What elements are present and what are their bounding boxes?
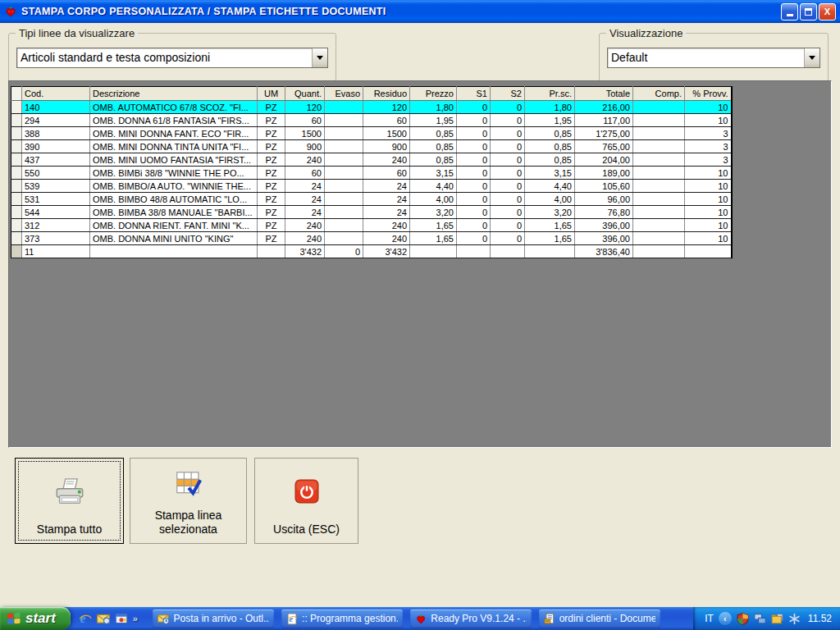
groupbox-view: Visualizzazione Default — [599, 33, 829, 82]
mail-quicklaunch-icon[interactable] — [97, 612, 111, 626]
cell — [633, 127, 685, 140]
column-header[interactable]: Comp. — [633, 87, 685, 101]
cell: 0 — [491, 127, 525, 140]
row-selector[interactable] — [11, 206, 22, 219]
column-header[interactable]: Totale — [575, 87, 633, 101]
table-row[interactable]: 294OMB. DONNA 61/8 FANTASIA "FIRS...PZ60… — [11, 114, 732, 127]
cell: 1,95 — [410, 114, 457, 127]
cell: 0,85 — [525, 153, 575, 167]
restore-button[interactable] — [800, 3, 817, 21]
table-row[interactable]: 312OMB. DONNA RIENT. FANT. MINI "K...PZ2… — [11, 219, 732, 232]
cell: PZ — [258, 101, 285, 114]
folder-transfer-icon[interactable] — [771, 613, 783, 625]
cell: OMB. AUTOMATICO 67/8 SCOZ. "FI... — [90, 101, 258, 114]
window-controls: X — [781, 3, 836, 21]
row-selector[interactable] — [11, 232, 22, 245]
taskbar-task-button[interactable]: ordini clienti - Docume... — [539, 609, 660, 628]
windows-logo-icon — [7, 612, 21, 625]
taskbar-task-button[interactable]: Posta in arrivo - Outl... — [153, 609, 274, 628]
row-selector[interactable] — [11, 114, 22, 127]
table-row[interactable]: 437OMB. MINI UOMO FANTASIA "FIRST...PZ24… — [11, 153, 732, 167]
row-selector[interactable] — [11, 153, 22, 167]
row-selector[interactable] — [11, 127, 22, 140]
line-types-dropdown-button[interactable] — [312, 48, 327, 67]
cell: 4,00 — [410, 193, 457, 206]
table-row[interactable]: 539OMB. BIMBO/A AUTO. "WINNIE THE...PZ24… — [11, 180, 732, 193]
cell: 10 — [685, 180, 732, 193]
cell: OMB. MINI UOMO FANTASIA "FIRST... — [90, 153, 258, 167]
hide-tray-icons-chevron[interactable]: ‹ — [719, 612, 732, 625]
cell — [325, 180, 363, 193]
language-indicator[interactable]: IT — [705, 613, 714, 624]
cell — [410, 245, 457, 258]
row-selector[interactable] — [11, 245, 22, 258]
table-total-row[interactable]: 113'43203'4323'836,40 — [11, 245, 732, 258]
row-selector[interactable] — [11, 180, 22, 193]
cell: 1,65 — [525, 232, 575, 245]
cell: 1,95 — [525, 114, 575, 127]
column-header[interactable]: Residuo — [363, 87, 410, 101]
sync-asterisk-icon[interactable] — [788, 613, 801, 625]
cell: 1,80 — [410, 101, 457, 114]
column-header[interactable]: Quant. — [285, 87, 325, 101]
cell: 0 — [491, 140, 525, 153]
cell: 24 — [363, 180, 410, 193]
view-select[interactable]: Default — [607, 48, 820, 68]
row-selector[interactable] — [11, 193, 22, 206]
cell: 24 — [285, 193, 325, 206]
ie-quicklaunch-icon[interactable]: e — [79, 612, 93, 626]
taskbar-task-button[interactable]: Ready Pro V9.1.24 - ... — [410, 609, 532, 628]
cell: 24 — [363, 193, 410, 206]
cell: 24 — [285, 206, 325, 219]
app-window-quicklaunch-icon[interactable] — [115, 612, 129, 626]
security-shield-icon[interactable] — [737, 613, 749, 625]
cell: 0 — [491, 167, 525, 180]
exit-button[interactable]: Uscita (ESC) — [254, 458, 358, 544]
row-selector[interactable] — [11, 101, 22, 114]
document-icon — [544, 613, 555, 625]
grid-body: 140OMB. AUTOMATICO 67/8 SCOZ. "FI...PZ12… — [11, 101, 732, 258]
cell: 140 — [22, 101, 90, 114]
cell: 0 — [457, 206, 491, 219]
cell: 240 — [285, 232, 325, 245]
column-header[interactable]: % Provv. — [685, 87, 732, 101]
cell: 0 — [457, 193, 491, 206]
close-button[interactable]: X — [819, 3, 836, 21]
table-row[interactable]: 373OMB. DONNA MINI UNITO "KING"PZ2402401… — [11, 232, 732, 245]
row-selector[interactable] — [11, 140, 22, 153]
taskbar-task-button[interactable]: e :: Programma gestion... — [281, 609, 403, 628]
view-dropdown-button[interactable] — [804, 48, 819, 67]
grid-corner-cell — [11, 87, 22, 101]
print-all-button[interactable]: Stampa tutto — [15, 458, 124, 544]
cell: 10 — [685, 206, 732, 219]
cell: 3,15 — [525, 167, 575, 180]
print-selected-line-button[interactable]: Stampa linea selezionata — [130, 458, 247, 544]
taskbar-clock[interactable]: 11.52 — [808, 613, 832, 624]
network-icon[interactable] — [754, 613, 766, 625]
quick-launch-overflow-chevron[interactable]: » — [133, 614, 138, 623]
cell: PZ — [258, 153, 285, 167]
table-row[interactable]: 531OMB. BIMBO 48/8 AUTOMATIC "LO...PZ242… — [11, 193, 732, 206]
taskbar: start e » Posta in arrivo - Outl... e ::… — [0, 607, 840, 630]
table-row[interactable]: 544OMB. BIMBA 38/8 MANUALE "BARBI...PZ24… — [11, 206, 732, 219]
table-row[interactable]: 550OMB. BIMBi 38/8 "WINNIE THE PO...PZ60… — [11, 167, 732, 180]
minimize-button[interactable] — [781, 3, 798, 21]
start-button[interactable]: start — [0, 607, 71, 630]
line-types-select[interactable]: Articoli standard e testa composizioni — [16, 48, 328, 68]
column-header[interactable]: Cod. — [22, 87, 90, 101]
table-row[interactable]: 388OMB. MINI DONNA FANT. ECO "FIR...PZ15… — [11, 127, 732, 140]
column-header[interactable]: S1 — [457, 87, 491, 101]
cell: 388 — [22, 127, 90, 140]
column-header[interactable]: Descrizione — [90, 87, 258, 101]
column-header[interactable]: Evaso — [325, 87, 363, 101]
column-header[interactable]: S2 — [491, 87, 525, 101]
row-selector[interactable] — [11, 167, 22, 180]
table-row[interactable]: 390OMB. MINI DONNA TINTA UNITA "FI...PZ9… — [11, 140, 732, 153]
row-selector[interactable] — [11, 219, 22, 232]
column-header[interactable]: Pr.sc. — [525, 87, 575, 101]
cell: 76,80 — [575, 206, 633, 219]
task-buttons: Posta in arrivo - Outl... e :: Programma… — [153, 609, 660, 628]
column-header[interactable]: UM — [258, 87, 285, 101]
column-header[interactable]: Prezzo — [410, 87, 457, 101]
table-row[interactable]: 140OMB. AUTOMATICO 67/8 SCOZ. "FI...PZ12… — [11, 101, 732, 114]
